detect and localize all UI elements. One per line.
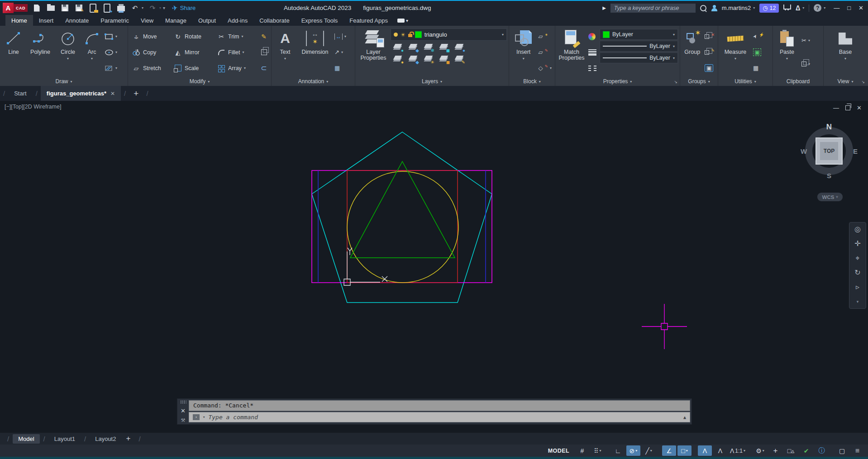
hardware-acceleration-button[interactable]: ⓘ: [815, 445, 829, 456]
undo-caret-icon[interactable]: ▾: [142, 6, 143, 10]
zoom-icon[interactable]: ⌖: [855, 254, 859, 262]
explode-button[interactable]: [258, 49, 270, 55]
file-tab-start[interactable]: Start: [8, 86, 32, 101]
osnap-tracking-toggle[interactable]: ∠: [662, 445, 676, 456]
array-button[interactable]: Array▾: [215, 65, 258, 71]
tab-collaborate[interactable]: Collaborate: [253, 15, 296, 26]
isolate-objects-button[interactable]: □▵: [784, 445, 798, 456]
layer-match-button[interactable]: ✎: [454, 54, 465, 64]
cut-button[interactable]: ✂▾: [800, 35, 811, 46]
ungroup-button[interactable]: ✕: [703, 31, 716, 42]
showmotion-icon[interactable]: ▹: [856, 283, 859, 291]
save-as-button[interactable]: ✎: [74, 3, 84, 13]
search-input[interactable]: Type a keyword or phrase: [610, 4, 696, 13]
username[interactable]: m.martins2: [722, 5, 751, 11]
tab-insert[interactable]: Insert: [33, 15, 60, 26]
quick-select-button[interactable]: ➤⚡: [752, 31, 765, 42]
help-caret-icon[interactable]: ▾: [824, 6, 825, 10]
linetype-button[interactable]: [587, 63, 599, 74]
insert-block-button[interactable]: Insert ▾: [511, 28, 536, 77]
trim-button[interactable]: ✂ Trim▾: [215, 33, 258, 40]
panel-label-annotation[interactable]: Annotation▾: [272, 77, 355, 86]
viewcube-top-face[interactable]: TOP: [816, 137, 843, 165]
wcs-menu[interactable]: WCS▿: [817, 193, 843, 201]
layer-isolate-button[interactable]: ◆: [408, 43, 419, 52]
line-button[interactable]: Line: [2, 28, 25, 77]
drawing-canvas[interactable]: [−][Top][2D Wireframe] — ✕: [0, 101, 868, 433]
annotation-scale-button[interactable]: Λ1:1▾: [729, 445, 747, 456]
mirror-button[interactable]: ◭ Mirror: [172, 49, 215, 56]
tab-view[interactable]: View: [135, 15, 159, 26]
viewcube-north[interactable]: N: [826, 123, 832, 132]
navigation-wheel-icon[interactable]: ◎: [854, 225, 861, 233]
layer-unlock-button[interactable]: ◼: [439, 54, 450, 64]
define-attributes-button[interactable]: ◇✎▾: [537, 63, 553, 74]
tab-featured-apps[interactable]: Featured Apps: [343, 15, 394, 26]
annotation-autoscale-toggle[interactable]: Λ: [713, 445, 727, 456]
copy-clip-button[interactable]: ▾: [800, 59, 811, 70]
panel-label-modify[interactable]: Modify▾: [128, 77, 271, 86]
clean-screen-button[interactable]: ▢: [835, 445, 849, 456]
panel-label-block[interactable]: Block▾: [509, 77, 555, 86]
command-input[interactable]: › ▾ Type a command ▲: [189, 412, 690, 423]
maximize-button[interactable]: □: [847, 5, 851, 11]
viewcube[interactable]: N S W E TOP: [801, 123, 857, 179]
layer-on-button[interactable]: ●: [393, 54, 404, 64]
command-expand-icon[interactable]: ▲: [683, 415, 686, 420]
panel-label-utilities[interactable]: Utilities▾: [718, 77, 773, 86]
graphics-performance-button[interactable]: ✔: [799, 445, 813, 456]
navbar-menu-caret-icon[interactable]: ▾: [857, 298, 859, 306]
save-button[interactable]: [60, 3, 70, 13]
trial-badge[interactable]: ◷ 12: [759, 4, 779, 13]
group-button[interactable]: ✶ Group: [682, 28, 702, 77]
command-close-button[interactable]: ✕: [181, 407, 186, 414]
isometric-drafting-toggle[interactable]: ╱▾: [642, 445, 656, 456]
layer-thaw-button[interactable]: ☀: [424, 54, 434, 64]
create-block-button[interactable]: ▱✶: [537, 31, 553, 42]
close-button[interactable]: ✕: [858, 5, 863, 11]
viewcube-south[interactable]: S: [827, 172, 831, 180]
tab-add-ins[interactable]: Add-ins: [222, 15, 253, 26]
stretch-button[interactable]: ▱ Stretch: [130, 65, 172, 72]
status-menu-button[interactable]: ≡: [850, 445, 864, 456]
tab-layout2[interactable]: Layout2: [90, 434, 121, 444]
scale-button[interactable]: Scale: [172, 65, 215, 71]
new-file-button[interactable]: [32, 3, 42, 13]
undo-button[interactable]: ↶: [130, 3, 140, 13]
fillet-button[interactable]: Fillet▾: [215, 49, 258, 56]
tab-model[interactable]: Model: [13, 434, 39, 444]
recent-commands-caret-icon[interactable]: ▾: [203, 415, 205, 419]
share-button[interactable]: ✈ Share: [172, 4, 196, 12]
help-icon[interactable]: ?: [814, 4, 821, 12]
autodesk-menu-caret-icon[interactable]: ▾: [802, 6, 804, 10]
new-drawing-tab-button[interactable]: +: [129, 86, 143, 101]
redo-button[interactable]: ↷: [148, 3, 157, 13]
autocad-logo[interactable]: A CAD: [3, 3, 28, 13]
tab-express-tools[interactable]: Express Tools: [296, 15, 344, 26]
command-customize-icon[interactable]: ⚒: [181, 417, 186, 423]
panel-label-view[interactable]: View▾ ↘: [824, 77, 867, 86]
rectangle-button[interactable]: ▾: [103, 31, 119, 42]
open-file-button[interactable]: [46, 3, 56, 13]
layer-make-current-button[interactable]: ●: [454, 43, 465, 52]
viewcube-east[interactable]: E: [853, 147, 858, 155]
command-drag-grip[interactable]: [180, 400, 186, 404]
minimize-button[interactable]: —: [834, 5, 839, 11]
panel-label-clipboard[interactable]: Clipboard: [773, 77, 823, 86]
layer-dropdown[interactable]: ☀ triangulo ▾: [391, 28, 507, 41]
ellipse-button[interactable]: ▾: [103, 47, 119, 58]
save-to-web-button[interactable]: [102, 3, 112, 13]
arc-button[interactable]: Arc ▾: [81, 28, 102, 77]
quick-calculator-button[interactable]: ▦: [752, 63, 765, 74]
panel-label-draw[interactable]: Draw▾: [0, 77, 128, 86]
offset-button[interactable]: ⊂: [258, 64, 270, 72]
tab-output[interactable]: Output: [192, 15, 222, 26]
properties-launcher-icon[interactable]: ↘: [674, 80, 677, 84]
polyline-button[interactable]: Polyline: [26, 28, 54, 77]
copy-button[interactable]: Copy: [130, 49, 172, 56]
search-icon[interactable]: [700, 5, 706, 11]
layer-unisolate-button[interactable]: ◆: [408, 54, 419, 64]
base-view-button[interactable]: Base ▾: [833, 28, 858, 77]
fast-select-button[interactable]: ▣: [752, 47, 765, 58]
panel-label-layers[interactable]: Layers▾: [355, 77, 509, 86]
